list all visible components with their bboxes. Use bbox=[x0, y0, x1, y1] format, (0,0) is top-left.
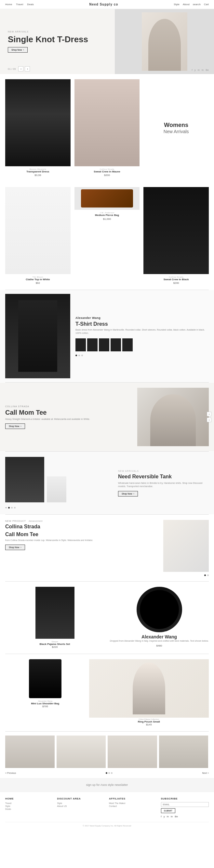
carousel-image-2 bbox=[57, 736, 106, 768]
footer-social-behance[interactable]: Be bbox=[175, 815, 178, 818]
footer-link-style[interactable]: Style bbox=[5, 805, 53, 807]
product-card-sweat-crew-black[interactable]: Collina Strada Sweat Crew in Black $200 bbox=[143, 187, 209, 284]
design-aw-section: Sleeper Black Pajama Shorts Set $220 Ale… bbox=[0, 582, 214, 654]
shoulder-bag-price: $795 bbox=[42, 705, 48, 708]
carousel-next-button[interactable]: Next > bbox=[202, 772, 209, 774]
aw-circle-product[interactable]: Alexander Wang Dropped from Alexander Wa… bbox=[110, 587, 209, 647]
hero-section: New Arrivals Single Knot T-Dress Shop No… bbox=[0, 9, 214, 74]
footer-link-style2[interactable]: Style bbox=[57, 802, 105, 804]
rev-prev-button[interactable]: ‹‹ bbox=[5, 506, 7, 509]
social-instagram-icon[interactable]: in bbox=[202, 68, 204, 71]
nav-deals[interactable]: Deals bbox=[27, 3, 33, 6]
carousel-item-4[interactable] bbox=[159, 736, 209, 769]
womens-title: Womens bbox=[143, 122, 209, 129]
footer-social-instagram[interactable]: in bbox=[171, 815, 173, 818]
new-product-content: New Product Advancement Collina Strada C… bbox=[5, 520, 159, 576]
carousel-item-1[interactable] bbox=[5, 736, 55, 769]
new-product-image bbox=[163, 520, 209, 572]
carousel-item-2[interactable] bbox=[57, 736, 106, 769]
hero-nav-controls: ‹ › bbox=[18, 66, 30, 71]
thumb-1[interactable] bbox=[76, 338, 86, 351]
sleeper-product[interactable]: Sleeper Black Pajama Shorts Set $220 bbox=[5, 587, 104, 649]
np-dot-2[interactable] bbox=[207, 575, 209, 576]
callout-next-button[interactable]: › bbox=[207, 417, 211, 422]
product-card-sweat-crew-mauve[interactable]: Collina Strada Sweat Crew in Mauve $200 bbox=[75, 79, 140, 177]
footer-link-about[interactable]: About US bbox=[57, 805, 105, 807]
nav-travel[interactable]: Travel bbox=[16, 3, 23, 6]
carousel-dot-3[interactable] bbox=[111, 772, 112, 774]
hero-shop-now-button[interactable]: Shop Now › bbox=[8, 47, 28, 53]
thumb-5[interactable] bbox=[122, 338, 133, 351]
alexander-wang-featured: Alexander Wang T-Shirt Dress Basic dress… bbox=[0, 290, 214, 382]
rev-dot-1[interactable] bbox=[8, 507, 10, 508]
new-product-shop-now-button[interactable]: Shop Now › bbox=[5, 545, 25, 550]
thumb-4[interactable] bbox=[111, 338, 121, 351]
callout-prev-button[interactable]: ‹ bbox=[207, 412, 211, 416]
womens-section-label: Womens New Arrivals bbox=[143, 122, 209, 134]
floral-product[interactable]: Chloé Filippa Collection Ring Pouch Smal… bbox=[89, 659, 209, 726]
footer-col2-title: Discount area bbox=[57, 797, 105, 800]
carousel-dot-2[interactable] bbox=[108, 772, 110, 774]
rev-dot-2[interactable] bbox=[11, 507, 13, 508]
product-card-transparent-dress[interactable]: Maison Margiela Transparent Dress $3,99 bbox=[5, 79, 71, 177]
nav-home[interactable]: Home bbox=[5, 3, 12, 6]
new-product-description: from Collina Strada member inside cup. M… bbox=[5, 539, 159, 542]
product-figure bbox=[81, 189, 133, 208]
footer-social-facebook[interactable]: f bbox=[161, 815, 162, 818]
aw-circle-figure bbox=[140, 590, 179, 629]
rev-dot-3[interactable] bbox=[14, 507, 16, 508]
social-facebook-icon[interactable]: f bbox=[192, 68, 192, 71]
footer-link-contact[interactable]: Contact bbox=[109, 805, 157, 807]
product-price: $200 bbox=[104, 174, 110, 177]
nav-about[interactable]: About bbox=[183, 3, 190, 6]
carousel-image-1 bbox=[5, 736, 55, 768]
footer-social-linkedin[interactable]: in bbox=[167, 815, 169, 818]
product-card-clathe-top[interactable]: Tibi Meant Clathe Top in White $92 bbox=[5, 187, 71, 284]
footer-col-3: Affiliates Meet The Maker Contact bbox=[109, 797, 157, 818]
callout-brand: Collina Strada bbox=[5, 405, 133, 407]
shoulder-bag-product[interactable]: Alexander Wang Mini Lux Shoulder Bag $79… bbox=[5, 659, 85, 708]
nav-search[interactable]: search bbox=[193, 3, 200, 6]
callout-shop-now-button[interactable]: Shop Now › bbox=[5, 424, 25, 429]
social-linkedin-icon[interactable]: in bbox=[198, 68, 200, 71]
new-product-badge: New Product bbox=[5, 520, 26, 522]
footer-link-deals[interactable]: Deals bbox=[5, 808, 53, 810]
carousel-dot-1[interactable] bbox=[106, 772, 107, 774]
product-name: Clathe Top in White bbox=[26, 278, 50, 281]
carousel-prev-button[interactable]: < Previous bbox=[5, 772, 16, 774]
thumb-2[interactable] bbox=[87, 338, 98, 351]
footer-link-meet-maker[interactable]: Meet The Maker bbox=[109, 802, 157, 804]
pagination-dot-2[interactable] bbox=[78, 354, 80, 356]
thumb-3[interactable] bbox=[99, 338, 109, 351]
product-image bbox=[5, 187, 71, 274]
product-card-pierce-bag[interactable]: J.W. Anderson Medium Pierce Bag $1,000 bbox=[75, 187, 140, 284]
footer-link-travel[interactable]: Travel bbox=[5, 802, 53, 804]
hero-next-button[interactable]: › bbox=[25, 66, 30, 71]
reversible-tank-section: ‹‹ New Arrivals Need Reversible Tank Who… bbox=[0, 452, 214, 515]
subscribe-button[interactable]: SUBMIT bbox=[161, 808, 175, 813]
pagination-dot-1[interactable] bbox=[76, 354, 77, 356]
subscribe-email-input[interactable] bbox=[161, 802, 209, 807]
carousel-item-3[interactable] bbox=[108, 736, 157, 769]
nav-cart[interactable]: Cart bbox=[204, 3, 209, 6]
arrow-right-icon: › bbox=[21, 546, 21, 549]
hero-prev-button[interactable]: ‹ bbox=[18, 66, 23, 71]
pagination-dot-3[interactable] bbox=[81, 354, 83, 356]
social-twitter-icon[interactable]: y bbox=[194, 68, 196, 71]
aw-price: $480 bbox=[156, 644, 162, 647]
np-dot-1[interactable] bbox=[204, 575, 206, 576]
nav-style[interactable]: Style bbox=[174, 3, 180, 6]
footer-col4-title: Subscribe bbox=[161, 797, 209, 800]
product-price: $200 bbox=[173, 282, 179, 284]
product-name: Sweat Crew in Mauve bbox=[93, 170, 120, 174]
social-behance-icon[interactable]: Be bbox=[206, 68, 209, 71]
product-figure bbox=[5, 187, 71, 274]
product-name: Sweat Crew in Black bbox=[164, 278, 189, 281]
reversible-description: Wholesale hand-sewn fabric in Brindisi t… bbox=[118, 482, 209, 488]
nav-brand[interactable]: Need Supply co bbox=[89, 3, 118, 6]
footer-social-twitter[interactable]: y bbox=[164, 815, 165, 818]
reversible-shop-now-button[interactable]: Shop Now › bbox=[118, 491, 138, 497]
hero-slide-counter: 01 / 09 bbox=[8, 67, 16, 70]
navigation: Home Travel Deals Need Supply co Style A… bbox=[0, 0, 214, 9]
product-figure bbox=[5, 79, 71, 166]
